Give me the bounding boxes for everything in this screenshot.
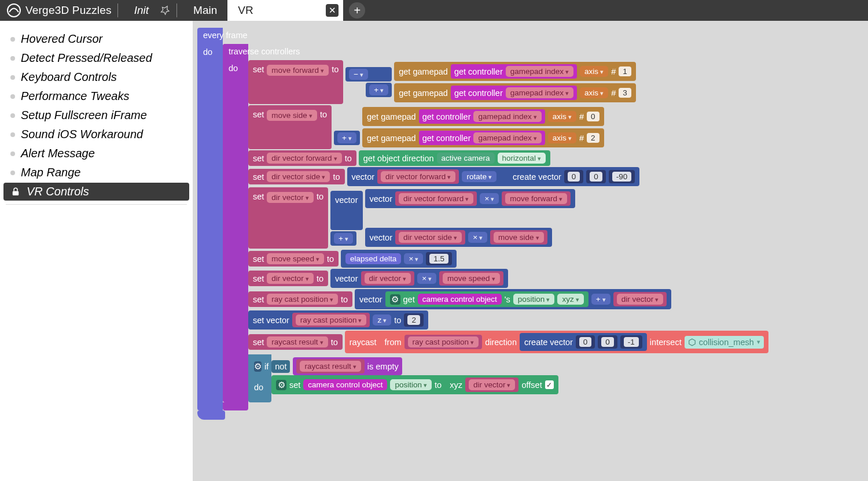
tab-init[interactable]: Init xyxy=(124,0,159,21)
sidebar-item[interactable]: Map Range xyxy=(3,164,189,182)
cube-icon xyxy=(688,338,696,346)
gear-icon[interactable]: ⚙ xyxy=(276,380,286,390)
block-set-dir-side[interactable]: set dir vector side to vector dir vector… xyxy=(248,167,768,186)
lock-icon xyxy=(10,187,21,197)
block-if[interactable]: ⚙ if not raycast result is empty do xyxy=(248,354,768,394)
block-set-dir-vector-scaled[interactable]: set dir vector to vector dir vector × mo… xyxy=(248,269,768,288)
block-set-vector-z[interactable]: set vector ray cast position z to 2 xyxy=(248,310,768,330)
sidebar-item[interactable]: Keyboard Controls xyxy=(3,68,189,86)
block-set-move-side[interactable]: set move side to + get gamepad get cont xyxy=(248,105,768,149)
add-tab-button[interactable]: + xyxy=(349,2,365,18)
offset-checkbox[interactable]: ✓ xyxy=(545,380,554,389)
block-set-raycast-result[interactable]: set raycast result to raycast from ray c… xyxy=(248,331,768,353)
block-set-dir-vector[interactable]: set dir vector to vector + xyxy=(248,187,768,249)
block-traverse-controllers[interactable]: traverse controllers do set move forward… xyxy=(223,44,768,402)
sidebar-item[interactable]: Hovered Cursor xyxy=(3,30,189,48)
gear-icon[interactable]: ⚙ xyxy=(254,361,262,372)
close-tab-icon[interactable]: ✕ xyxy=(326,4,339,17)
pin-icon[interactable] xyxy=(157,2,172,18)
sidebar-item[interactable]: Setup Fullscreen iFrame xyxy=(3,106,189,124)
op-dropdown[interactable]: + xyxy=(369,84,388,95)
num-input[interactable]: 3 xyxy=(619,88,631,98)
blocks-canvas[interactable]: every frame do traverse controllers do s… xyxy=(193,21,868,481)
sidebar-item[interactable]: Detect Pressed/Released xyxy=(3,49,189,67)
app-logo-icon xyxy=(7,3,21,17)
sidebar-item[interactable]: Performance Tweaks xyxy=(3,87,189,105)
gear-icon[interactable]: ⚙ xyxy=(390,294,400,305)
sidebar-item-vr-controls[interactable]: VR Controls xyxy=(3,183,189,201)
object-dropdown[interactable]: collision_mesh xyxy=(685,336,764,349)
tab-main[interactable]: Main xyxy=(183,0,227,21)
tab-label: VR xyxy=(238,0,253,21)
svg-rect-1 xyxy=(13,191,19,195)
block-set-move-forward[interactable]: set move forward to − + xyxy=(248,60,768,104)
block-set-raycast-pos[interactable]: set ray cast position to vector ⚙ get ca… xyxy=(248,289,768,309)
sidebar-item[interactable]: Sound iOS Workaround xyxy=(3,125,189,143)
sidebar-item[interactable]: Alert Message xyxy=(3,145,189,162)
sidebar: Hovered Cursor Detect Pressed/Released K… xyxy=(0,21,193,481)
block-set-dir-fwd[interactable]: set dir vector forward to get object dir… xyxy=(248,150,768,166)
top-bar: Verge3D Puzzles Init Main VR ✕ + xyxy=(0,0,868,21)
app-title: Verge3D Puzzles xyxy=(25,4,112,17)
op-dropdown[interactable]: − xyxy=(349,69,368,80)
svg-point-0 xyxy=(8,4,20,17)
num-input[interactable]: 1 xyxy=(619,66,631,76)
var-dropdown[interactable]: move forward xyxy=(267,65,329,76)
block-every-frame[interactable]: every frame do traverse controllers do s… xyxy=(197,28,868,410)
block-set-position[interactable]: ⚙ set camera control object position to … xyxy=(271,375,558,394)
block-set-move-speed[interactable]: set move speed to elapsed delta × 1.5 xyxy=(248,250,768,268)
tab-vr[interactable]: VR ✕ xyxy=(227,0,343,21)
